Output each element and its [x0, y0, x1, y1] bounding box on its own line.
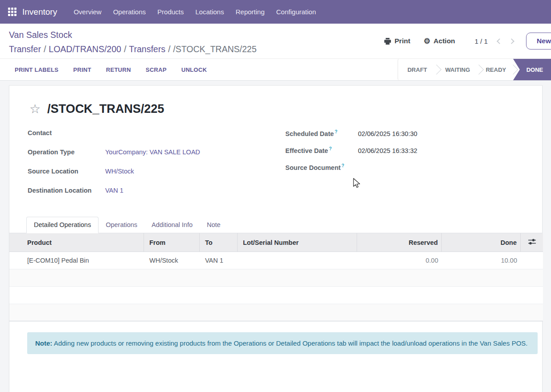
field-operation-type: Operation Type YourCompany: VAN SALE LOA…: [28, 149, 285, 159]
menu-operations[interactable]: Operations: [107, 0, 152, 24]
status-pipeline: DRAFT WAITING READY DONE: [398, 59, 551, 80]
title-row: ☆ /STOCK_TRANS/225: [29, 102, 542, 116]
action-button[interactable]: ⚙ Action: [424, 37, 455, 45]
print-button[interactable]: Print: [384, 37, 410, 45]
printer-icon: [384, 37, 391, 45]
effective-date-label: Effective Date?: [285, 146, 358, 154]
content-area: ☆ /STOCK_TRANS/225 Contact Operation Typ…: [0, 81, 551, 392]
source-document-label: Source Document?: [285, 163, 358, 171]
field-source-document: Source Document?: [285, 163, 542, 174]
effective-date-value[interactable]: 02/06/2025 16:33:32: [358, 147, 417, 154]
column-header-product[interactable]: Product: [9, 233, 144, 252]
source-location-value[interactable]: WH/Stock: [105, 168, 134, 175]
print-record-button[interactable]: PRINT: [73, 66, 91, 73]
operation-type-value[interactable]: YourCompany: VAN SALE LOAD: [105, 149, 200, 156]
breadcrumb-link-load-trans[interactable]: LOAD/TRANS/200: [49, 44, 121, 54]
control-panel: Van Sales Stock Transfer/LOAD/TRANS/200/…: [0, 24, 551, 58]
breadcrumb: Van Sales Stock Transfer/LOAD/TRANS/200/…: [0, 24, 294, 56]
table-row[interactable]: [E-COM10] Pedal Bin WH/Stock VAN 1 0.00 …: [9, 252, 543, 269]
empty-row: [9, 287, 543, 304]
form-sheet: ☆ /STOCK_TRANS/225 Contact Operation Typ…: [9, 85, 543, 392]
sliders-icon: [528, 239, 536, 245]
action-bar: PRINT LABELS PRINT RETURN SCRAP UNLOCK D…: [0, 58, 551, 81]
contact-label: Contact: [28, 129, 105, 136]
cell-done[interactable]: 10.00: [442, 252, 521, 269]
status-step-waiting[interactable]: WAITING: [436, 59, 479, 80]
breadcrumb-separator: /: [41, 44, 49, 54]
record-buttons: PRINT LABELS PRINT RETURN SCRAP UNLOCK: [15, 66, 207, 73]
cell-blank: [521, 252, 543, 269]
help-icon[interactable]: ?: [329, 146, 332, 151]
empty-row: [9, 269, 543, 287]
tab-note[interactable]: Note: [200, 217, 228, 233]
cell-reserved[interactable]: 0.00: [357, 252, 442, 269]
field-group: Contact Operation Type YourCompany: VAN …: [28, 129, 542, 206]
return-button[interactable]: RETURN: [106, 66, 131, 73]
field-destination-location: Destination Location VAN 1: [28, 187, 285, 198]
unlock-button[interactable]: UNLOCK: [181, 66, 207, 73]
favorite-star-icon[interactable]: ☆: [29, 103, 41, 116]
new-button[interactable]: New: [526, 33, 551, 50]
breadcrumb-current: /STOCK_TRANS/225: [173, 44, 256, 54]
column-header-to[interactable]: To: [200, 233, 238, 252]
header-actions: Print ⚙ Action 1 / 1 New: [384, 24, 551, 58]
destination-location-value[interactable]: VAN 1: [105, 187, 123, 194]
optional-columns-button[interactable]: [521, 233, 543, 252]
gear-icon: ⚙: [424, 37, 430, 45]
scrap-button[interactable]: SCRAP: [146, 66, 167, 73]
help-icon[interactable]: ?: [341, 163, 344, 168]
field-effective-date: Effective Date? 02/06/2025 16:33:32: [285, 146, 542, 157]
action-label: Action: [434, 37, 455, 45]
field-column-left: Contact Operation Type YourCompany: VAN …: [28, 129, 285, 206]
breadcrumb-separator: /: [165, 44, 173, 54]
tab-detailed-operations[interactable]: Detailed Operations: [26, 217, 99, 233]
record-pager: 1 / 1: [475, 37, 488, 45]
note-text: Adding new products or removing existing…: [52, 339, 527, 347]
scheduled-date-label: Scheduled Date?: [285, 129, 358, 137]
tab-additional-info[interactable]: Additional Info: [144, 217, 200, 233]
pager-previous-icon[interactable]: [497, 38, 502, 44]
print-label: Print: [395, 37, 410, 45]
column-header-lot-serial[interactable]: Lot/Serial Number: [238, 233, 357, 252]
menu-configuration[interactable]: Configuration: [271, 0, 322, 24]
status-step-draft[interactable]: DRAFT: [398, 59, 436, 80]
menu-products[interactable]: Products: [152, 0, 189, 24]
column-header-from[interactable]: From: [144, 233, 200, 252]
apps-grid-icon[interactable]: [8, 8, 16, 16]
cell-to[interactable]: VAN 1: [200, 252, 238, 269]
notebook-tabs: Detailed Operations Operations Additiona…: [9, 217, 542, 233]
app-name[interactable]: Inventory: [22, 7, 57, 17]
field-column-right: Scheduled Date? 02/06/2025 16:30:30 Effe…: [285, 129, 542, 206]
help-icon[interactable]: ?: [335, 129, 337, 134]
top-navbar: Inventory Overview Operations Products L…: [0, 0, 551, 24]
cell-product[interactable]: [E-COM10] Pedal Bin: [9, 252, 144, 269]
menu-locations[interactable]: Locations: [189, 0, 230, 24]
destination-location-label: Destination Location: [28, 187, 105, 194]
field-contact: Contact: [28, 129, 285, 140]
main-menu: Overview Operations Products Locations R…: [68, 0, 322, 24]
info-note: Note: Adding new products or removing ex…: [27, 332, 538, 354]
record-title: /STOCK_TRANS/225: [47, 102, 164, 116]
field-source-location: Source Location WH/Stock: [28, 168, 285, 178]
menu-reporting[interactable]: Reporting: [230, 0, 270, 24]
cell-lot-serial[interactable]: [238, 252, 357, 269]
column-header-reserved[interactable]: Reserved: [357, 233, 442, 252]
operation-type-label: Operation Type: [28, 149, 105, 156]
breadcrumb-separator: /: [121, 44, 129, 54]
scheduled-date-value[interactable]: 02/06/2025 16:30:30: [358, 130, 417, 137]
field-scheduled-date: Scheduled Date? 02/06/2025 16:30:30: [285, 129, 542, 140]
print-labels-button[interactable]: PRINT LABELS: [15, 66, 58, 73]
note-prefix: Note:: [35, 339, 52, 347]
menu-overview[interactable]: Overview: [68, 0, 107, 24]
column-header-done[interactable]: Done: [442, 233, 521, 252]
pager-next-icon[interactable]: [509, 38, 514, 44]
breadcrumb-link-transfers[interactable]: Transfers: [129, 44, 165, 54]
status-step-ready[interactable]: READY: [479, 59, 513, 80]
cell-from[interactable]: WH/Stock: [144, 252, 200, 269]
empty-row: [9, 304, 543, 322]
detailed-operations-table: Product From To Lot/Serial Number Reserv…: [9, 233, 543, 322]
tab-operations[interactable]: Operations: [99, 217, 144, 233]
table-header-row: Product From To Lot/Serial Number Reserv…: [9, 233, 543, 252]
source-location-label: Source Location: [28, 168, 105, 175]
status-step-done[interactable]: DONE: [513, 59, 551, 80]
